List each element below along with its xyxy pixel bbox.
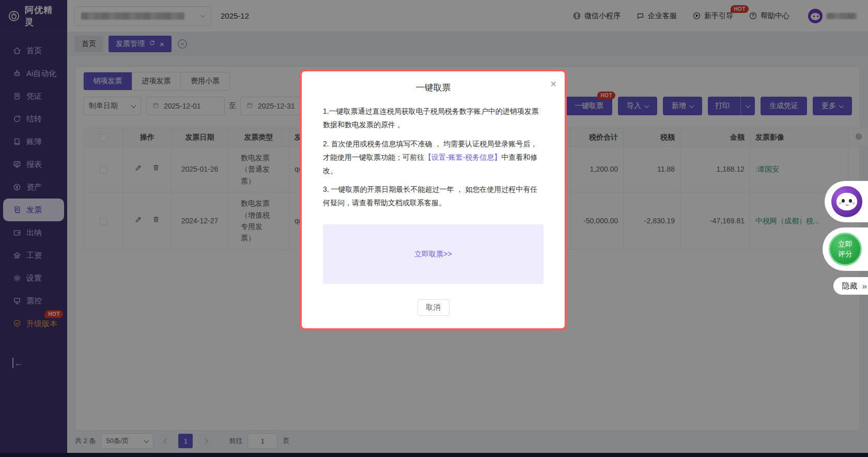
cancel-button[interactable]: 取消 xyxy=(417,299,450,316)
modal-close-icon[interactable]: × xyxy=(550,79,556,89)
rate-label-line1: 立即 xyxy=(838,239,853,249)
rate-label-line2: 评分 xyxy=(838,249,853,259)
app-root: 阿优精灵 首页 Ai自动化 凭证 结转 账簿 xyxy=(0,0,868,457)
rate-now-button[interactable]: 立即 评分 xyxy=(829,233,862,266)
modal-title: 一键取票 xyxy=(323,82,544,94)
modal-paragraph-3: 3. 一键取票的开票日期最长不能超过一年 ， 如您在使用过程中有任何疑问，请查看… xyxy=(323,183,544,210)
fetch-now-link[interactable]: 立即取票>> xyxy=(414,250,452,259)
one-click-fetch-modal: × 一键取票 1.一键取票通过直连税局获取电子税局税务数字账户中的进销项发票数据… xyxy=(300,69,567,330)
mascot-avatar xyxy=(831,186,862,217)
double-chevron-right-icon: » xyxy=(862,282,867,291)
assistant-mascot-button[interactable] xyxy=(825,181,868,222)
settings-tax-info-link[interactable]: 【设置-账套-税务信息】 xyxy=(424,153,501,161)
modal-paragraph-2: 2. 首次使用或税务信息填写不准确 ， 均需要认证税局登录账号后，才能使用一键取… xyxy=(323,138,544,178)
hide-widgets-button[interactable]: 隐藏 » xyxy=(833,277,868,295)
hide-label: 隐藏 xyxy=(842,281,858,291)
rate-now-widget[interactable]: 立即 评分 xyxy=(823,227,868,271)
modal-footer: 取消 xyxy=(323,299,544,316)
modal-paragraph-1: 1.一键取票通过直连税局获取电子税局税务数字账户中的进销项发票数据和数电发票的原… xyxy=(323,105,544,132)
fetch-cta-panel: 立即取票>> xyxy=(323,224,544,284)
